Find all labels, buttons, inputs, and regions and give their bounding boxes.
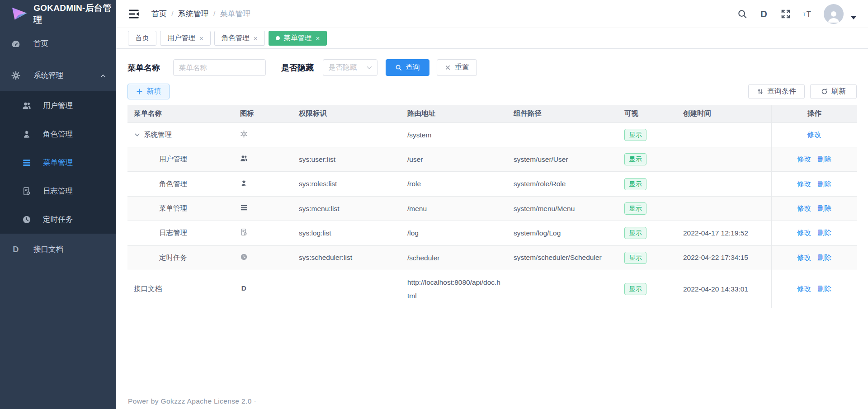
menu-name-input[interactable] bbox=[173, 59, 266, 76]
sidebar-item-roles[interactable]: 角色管理 bbox=[0, 120, 116, 148]
cell-route: /user bbox=[401, 147, 507, 171]
role-icon bbox=[22, 130, 31, 139]
api-doc-icon: D bbox=[11, 245, 20, 254]
table-header-row: 菜单名称 图标 权限标识 路由地址 组件路径 可视 创建时间 操作 bbox=[127, 105, 857, 122]
edit-link[interactable]: 修改 bbox=[797, 254, 811, 261]
edit-link[interactable]: 修改 bbox=[797, 229, 811, 236]
active-dot-icon bbox=[276, 36, 280, 40]
cell-created bbox=[677, 147, 771, 171]
table-row: 日志管理sys:log:list/logsystem/log/Log显示2022… bbox=[127, 221, 857, 245]
sort-arrows-icon bbox=[757, 88, 764, 95]
app-logo[interactable]: GOKADMIN-后台管理 bbox=[0, 0, 116, 28]
col-created: 创建时间 bbox=[677, 105, 771, 122]
menu-name-label: 菜单名称 bbox=[127, 62, 160, 73]
visible-badge: 显示 bbox=[624, 153, 646, 165]
close-icon bbox=[444, 64, 451, 71]
api-doc-icon: D bbox=[240, 284, 248, 292]
main-area: 首页 / 系统管理 / 菜单管理 D TT bbox=[116, 0, 868, 409]
sidebar-item-home[interactable]: 首页 bbox=[0, 28, 116, 60]
close-icon[interactable] bbox=[316, 35, 320, 42]
tab-menus[interactable]: 菜单管理 bbox=[269, 31, 327, 46]
collapse-sidebar-icon[interactable] bbox=[128, 8, 140, 20]
sidebar-item-scheduler[interactable]: 定时任务 bbox=[0, 205, 116, 234]
svg-text:D: D bbox=[760, 9, 767, 19]
reset-button[interactable]: 重置 bbox=[437, 59, 477, 76]
avatar[interactable] bbox=[824, 4, 844, 24]
sidebar-item-logs[interactable]: 日志管理 bbox=[0, 177, 116, 205]
cell-created bbox=[677, 122, 771, 147]
sidebar-item-label: 日志管理 bbox=[43, 186, 73, 196]
add-button[interactable]: 新填 bbox=[127, 84, 170, 99]
breadcrumb-home[interactable]: 首页 bbox=[151, 9, 167, 19]
delete-link[interactable]: 删除 bbox=[817, 180, 831, 188]
edit-link[interactable]: 修改 bbox=[797, 204, 811, 212]
edit-link[interactable]: 修改 bbox=[797, 285, 811, 292]
sidebar-item-menus[interactable]: 菜单管理 bbox=[0, 148, 116, 177]
delete-link[interactable]: 删除 bbox=[817, 155, 831, 163]
expand-caret-icon[interactable] bbox=[134, 132, 141, 138]
tab-label: 首页 bbox=[135, 33, 149, 43]
cell-perm bbox=[292, 270, 401, 308]
table-row: 接口文档Dhttp://localhost:8080/api/doc.html显… bbox=[127, 270, 857, 308]
cell-route: /scheduler bbox=[401, 245, 507, 270]
sidebar-nav: 首页 系统管理 用户管理 bbox=[0, 28, 116, 265]
cell-perm: sys:scheduler:list bbox=[292, 245, 401, 270]
menu-name: 定时任务 bbox=[159, 253, 187, 263]
breadcrumb-system[interactable]: 系统管理 bbox=[178, 9, 209, 19]
fullscreen-icon[interactable] bbox=[780, 9, 791, 19]
search-button-label: 查询 bbox=[406, 63, 420, 72]
doc-icon[interactable]: D bbox=[759, 9, 769, 19]
breadcrumb-separator: / bbox=[171, 9, 174, 19]
cell-perm: sys:roles:list bbox=[292, 172, 401, 196]
sidebar-item-label: 接口文档 bbox=[33, 244, 63, 254]
query-condition-button[interactable]: 查询条件 bbox=[748, 84, 805, 99]
col-menu-name: 菜单名称 bbox=[127, 105, 234, 122]
font-size-icon[interactable]: TT bbox=[802, 9, 813, 19]
search-icon[interactable] bbox=[737, 9, 748, 19]
cell-route: /menu bbox=[401, 196, 507, 221]
footer-text: Power by Gokzzz Apache License 2.0 · bbox=[128, 397, 256, 405]
add-button-label: 新填 bbox=[146, 87, 161, 96]
sidebar-item-system[interactable]: 系统管理 bbox=[0, 60, 116, 91]
close-icon[interactable] bbox=[199, 35, 203, 42]
caret-down-icon[interactable] bbox=[851, 16, 856, 19]
refresh-button[interactable]: 刷新 bbox=[810, 84, 857, 99]
sidebar-item-label: 系统管理 bbox=[33, 71, 63, 80]
clock-icon bbox=[240, 253, 248, 261]
cell-created: 2022-04-22 17:34:15 bbox=[677, 245, 771, 270]
menu-name: 系统管理 bbox=[144, 130, 172, 140]
col-actions: 操作 bbox=[771, 105, 857, 122]
delete-link[interactable]: 删除 bbox=[817, 204, 831, 212]
sidebar-item-apidoc[interactable]: D 接口文档 bbox=[0, 234, 116, 265]
tab-users[interactable]: 用户管理 bbox=[160, 31, 211, 46]
visible-badge: 显示 bbox=[624, 178, 646, 190]
hidden-label: 是否隐藏 bbox=[281, 62, 314, 73]
edit-link[interactable]: 修改 bbox=[807, 131, 821, 138]
visible-badge: 显示 bbox=[624, 227, 646, 239]
hidden-select-placeholder: 是否隐藏 bbox=[329, 63, 357, 72]
sidebar-item-users[interactable]: 用户管理 bbox=[0, 91, 116, 120]
search-button[interactable]: 查询 bbox=[386, 59, 429, 76]
delete-link[interactable]: 删除 bbox=[817, 285, 831, 292]
edit-link[interactable]: 修改 bbox=[797, 155, 811, 163]
svg-text:T: T bbox=[807, 9, 811, 18]
gear-icon bbox=[11, 71, 20, 80]
tab-label: 菜单管理 bbox=[284, 33, 312, 43]
visible-badge: 显示 bbox=[624, 252, 646, 264]
delete-link[interactable]: 删除 bbox=[817, 229, 831, 236]
tab-roles[interactable]: 角色管理 bbox=[214, 31, 265, 46]
users-icon bbox=[240, 155, 248, 162]
tab-home[interactable]: 首页 bbox=[128, 31, 156, 46]
edit-link[interactable]: 修改 bbox=[797, 180, 811, 188]
cell-route: /log bbox=[401, 221, 507, 245]
sidebar-item-label: 角色管理 bbox=[43, 129, 73, 139]
delete-link[interactable]: 删除 bbox=[817, 254, 831, 261]
menu-name: 角色管理 bbox=[159, 179, 187, 189]
svg-text:D: D bbox=[13, 245, 19, 254]
hidden-select[interactable]: 是否隐藏 bbox=[323, 59, 377, 76]
col-icon: 图标 bbox=[234, 105, 292, 122]
close-icon[interactable] bbox=[254, 35, 258, 42]
cell-route: /system bbox=[401, 122, 507, 147]
dashboard-icon bbox=[11, 39, 20, 48]
header-actions: D TT bbox=[737, 4, 856, 24]
